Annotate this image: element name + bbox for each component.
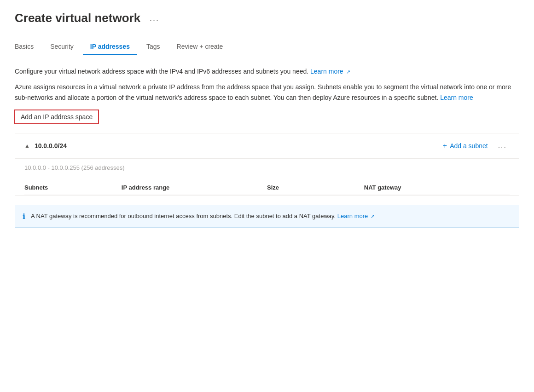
learn-more-link-2[interactable]: Learn more [440, 94, 473, 101]
col-header-ip-range: IP address range [122, 180, 267, 195]
col-header-size: Size [267, 180, 364, 195]
ip-range-info: 10.0.0.0 - 10.0.0.255 (256 addresses) [24, 164, 510, 171]
ip-space-header: ▲ 10.0.0.0/24 + Add a subnet ... [15, 133, 519, 159]
external-link-icon-1: ↗ [346, 68, 350, 76]
description-text-1: Configure your virtual network address s… [15, 68, 308, 75]
more-options-button[interactable]: ... [495, 141, 510, 151]
col-header-nat-gateway: NAT gateway [364, 180, 510, 195]
info-banner-text: A NAT gateway is recommended for outboun… [31, 212, 375, 221]
tab-tags[interactable]: Tags [139, 38, 168, 55]
subnets-table: Subnets IP address range Size NAT gatewa… [24, 180, 510, 195]
add-subnet-button[interactable]: + Add a subnet [443, 142, 488, 150]
ip-space-actions: + Add a subnet ... [443, 141, 510, 151]
page-header: Create virtual network ... [15, 11, 519, 25]
ip-space-body: 10.0.0.0 - 10.0.0.255 (256 addresses) Su… [15, 159, 519, 195]
tab-security[interactable]: Security [43, 38, 81, 55]
add-ip-address-space-button[interactable]: Add an IP address space [15, 110, 99, 124]
ip-space-left: ▲ 10.0.0.0/24 [24, 142, 67, 150]
info-icon: ℹ [23, 212, 25, 221]
external-link-icon-nat: ↗ [371, 213, 375, 220]
ip-space-card: ▲ 10.0.0.0/24 + Add a subnet ... 10.0.0.… [15, 133, 519, 196]
nat-learn-more-link[interactable]: Learn more ↗ [337, 213, 375, 219]
chevron-up-icon[interactable]: ▲ [24, 143, 30, 149]
page-title: Create virtual network [15, 11, 140, 25]
tab-basics[interactable]: Basics [15, 38, 41, 55]
plus-icon: + [443, 142, 447, 150]
learn-more-link-1[interactable]: Learn more ↗ [310, 68, 350, 75]
table-header-row: Subnets IP address range Size NAT gatewa… [24, 180, 510, 195]
tab-ip-addresses[interactable]: IP addresses [83, 38, 137, 55]
description-text-2: Azure assigns resources in a virtual net… [15, 83, 511, 101]
ellipsis-menu-button[interactable]: ... [146, 12, 163, 25]
col-header-subnets: Subnets [24, 180, 122, 195]
tab-review-create[interactable]: Review + create [169, 38, 231, 55]
tab-navigation: Basics Security IP addresses Tags Review… [15, 38, 519, 55]
description-block-1: Configure your virtual network address s… [15, 66, 519, 103]
ip-address-display: 10.0.0.0/24 [35, 142, 67, 150]
nat-info-banner: ℹ A NAT gateway is recommended for outbo… [15, 205, 519, 228]
